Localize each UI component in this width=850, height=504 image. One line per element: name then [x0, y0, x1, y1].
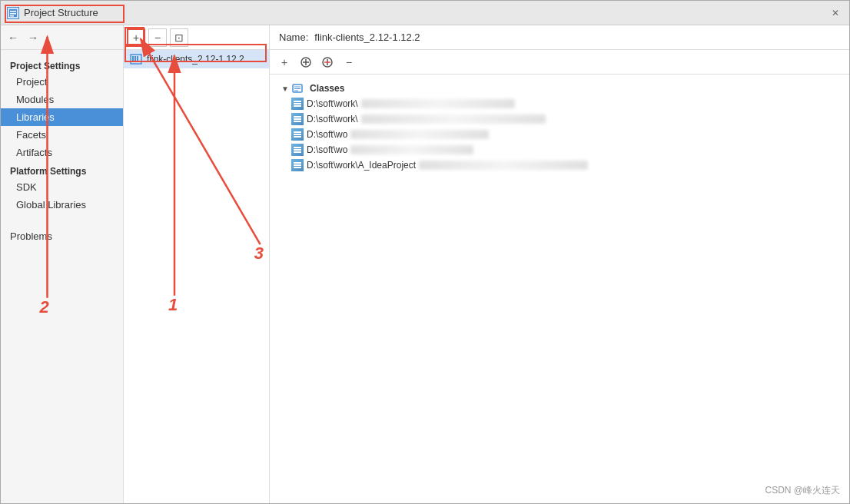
- sidebar-item-facets[interactable]: Facets: [1, 126, 123, 144]
- close-button[interactable]: ✕: [828, 5, 843, 21]
- sidebar-item-sdk[interactable]: SDK: [1, 178, 123, 196]
- library-item[interactable]: flink-clients_2.12-1.12.2: [124, 50, 269, 68]
- sidebar: ← → Project Settings Project Modules Lib…: [1, 25, 124, 503]
- classes-header: ▼ Classes: [276, 81, 843, 96]
- name-value: flink-clients_2.12-1.12.2: [314, 32, 420, 43]
- file-icon: [291, 144, 304, 156]
- library-name: flink-clients_2.12-1.12.2: [147, 54, 244, 65]
- sidebar-toolbar: ← →: [1, 25, 123, 50]
- platform-settings-title: Platform Settings: [1, 161, 123, 178]
- sidebar-item-modules[interactable]: Modules: [1, 91, 123, 108]
- right-toolbar: + −: [270, 50, 849, 75]
- copy-library-button[interactable]: ⊡: [170, 28, 188, 47]
- add-jar-button[interactable]: [297, 54, 314, 71]
- file-path-blurred: [350, 145, 473, 154]
- svg-rect-5: [132, 56, 134, 62]
- add-class-button[interactable]: +: [276, 54, 293, 71]
- file-path: D:\soft\work\: [307, 114, 358, 124]
- file-path: D:\soft\wo: [307, 129, 347, 140]
- file-path: D:\soft\wo: [307, 144, 347, 155]
- right-content: ▼ Classes: [270, 75, 849, 503]
- svg-rect-2: [10, 13, 16, 15]
- svg-rect-3: [10, 15, 14, 17]
- add-folder-button[interactable]: [319, 54, 336, 71]
- middle-toolbar: + − ⊡: [124, 25, 269, 50]
- back-button[interactable]: ←: [4, 28, 22, 47]
- classes-children: D:\soft\work\ D:\soft\work\: [288, 96, 843, 173]
- svg-rect-6: [134, 56, 136, 62]
- remove-library-button[interactable]: −: [148, 28, 167, 47]
- sidebar-nav: Project Settings Project Modules Librari…: [1, 50, 123, 503]
- sidebar-item-problems[interactable]: Problems: [1, 226, 123, 247]
- file-icon: [291, 128, 304, 141]
- content-area: ← → Project Settings Project Modules Lib…: [1, 25, 849, 503]
- window-icon: [7, 7, 19, 19]
- svg-rect-7: [137, 56, 138, 62]
- table-row: D:\soft\wo: [288, 127, 843, 142]
- file-icon: [291, 113, 304, 125]
- name-bar: Name: flink-clients_2.12-1.12.2: [270, 25, 849, 50]
- window-title: Project Structure: [24, 7, 828, 18]
- table-row: D:\soft\wo: [288, 142, 843, 158]
- file-path-blurred: [361, 99, 515, 108]
- table-row: D:\soft\work\A_IdeaProject: [288, 158, 843, 173]
- file-path: D:\soft\work\: [307, 98, 358, 109]
- watermark: CSDN @峰火连天: [765, 484, 840, 497]
- file-path-blurred: [419, 161, 588, 170]
- title-bar: Project Structure ✕: [1, 1, 849, 25]
- sidebar-item-project[interactable]: Project: [1, 73, 123, 91]
- project-settings-title: Project Settings: [1, 56, 123, 73]
- classes-icon: [291, 82, 304, 94]
- table-row: D:\soft\work\: [288, 96, 843, 111]
- classes-label: Classes: [310, 83, 344, 94]
- file-path: D:\soft\work\A_IdeaProject: [307, 160, 416, 171]
- classes-section: ▼ Classes: [276, 81, 843, 173]
- library-icon: [130, 53, 142, 65]
- file-path-blurred: [350, 130, 489, 139]
- add-library-button[interactable]: +: [127, 28, 145, 47]
- svg-rect-1: [10, 11, 16, 12]
- middle-panel: + − ⊡ flink-clients_2.12-1.12.2: [124, 25, 270, 503]
- remove-entry-button[interactable]: −: [340, 54, 357, 71]
- table-row: D:\soft\work\: [288, 111, 843, 127]
- sidebar-item-libraries[interactable]: Libraries: [1, 108, 123, 126]
- right-panel: Name: flink-clients_2.12-1.12.2 +: [270, 25, 849, 503]
- forward-button[interactable]: →: [24, 28, 42, 47]
- sidebar-item-artifacts[interactable]: Artifacts: [1, 144, 123, 161]
- file-path-blurred: [361, 114, 546, 124]
- name-label: Name:: [279, 32, 308, 43]
- main-window: Project Structure ✕ ← → Project Settings…: [0, 0, 850, 504]
- sidebar-item-global-libraries[interactable]: Global Libraries: [1, 196, 123, 214]
- file-icon: [291, 159, 304, 171]
- classes-toggle[interactable]: ▼: [279, 82, 291, 94]
- file-icon: [291, 98, 304, 110]
- window-controls: ✕: [828, 5, 843, 21]
